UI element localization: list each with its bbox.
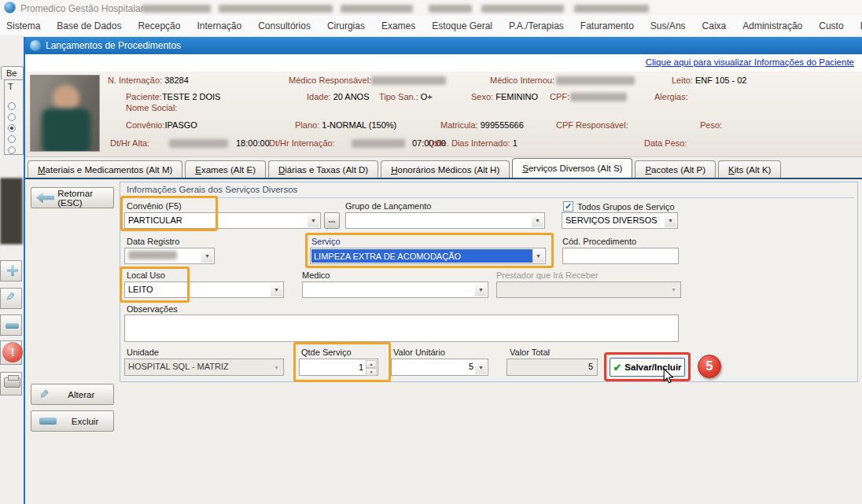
menu-item-sistema[interactable]: Sistema bbox=[6, 20, 40, 31]
unidade-combo: HOSPITAL SQL - MATRIZ ▼ bbox=[124, 359, 284, 376]
redacted-text bbox=[169, 139, 228, 148]
spin-down-icon[interactable]: ▼ bbox=[366, 368, 377, 376]
chevron-down-icon: ▼ bbox=[532, 214, 543, 227]
valor-unitario-combo[interactable]: 5 ▼ bbox=[391, 359, 488, 376]
paciente-value: TESTE 2 DOIS bbox=[162, 92, 221, 101]
add-button-fragment[interactable] bbox=[0, 260, 22, 281]
tab-pacotes[interactable]: Pacotes (Alt P) bbox=[635, 160, 716, 178]
retornar-button[interactable]: Retornar (ESC) bbox=[31, 187, 114, 208]
cpf-label: CPF: bbox=[550, 92, 569, 101]
group-title: Informações Gerais dos Serviços Diversos bbox=[127, 185, 297, 194]
convenio-f5-label: Convênio (F5) bbox=[127, 201, 182, 211]
prestador-label: Prestador que Irá Receber bbox=[496, 270, 599, 280]
tab-servicos-diversos[interactable]: Serviços Diversos (Alt S) bbox=[512, 158, 632, 178]
tipo-san-value: O+ bbox=[421, 92, 433, 101]
plus-icon bbox=[7, 265, 18, 276]
convenio-value: IPASGO bbox=[165, 120, 197, 130]
cpf-resp-label: CPF Responsável: bbox=[556, 120, 628, 130]
patient-header: N. Internação: 38284 Médico Responsável:… bbox=[25, 72, 862, 157]
plano-label: Plano: bbox=[295, 120, 319, 130]
chevron-down-icon: ▼ bbox=[271, 283, 282, 296]
app-logo-icon bbox=[4, 2, 16, 13]
alert-button-fragment[interactable]: ! bbox=[0, 340, 22, 365]
menu-item-consultorios[interactable]: Consultórios bbox=[258, 20, 311, 31]
menu-item-pa-terapias[interactable]: P.A./Terapias bbox=[509, 20, 564, 31]
background-partial-label: T bbox=[8, 82, 13, 91]
servico-label: Serviço bbox=[311, 237, 341, 246]
excluir-button[interactable]: Excluir bbox=[31, 410, 114, 432]
dias-internado-value: 1 bbox=[513, 138, 518, 148]
spin-up-icon[interactable]: ▲ bbox=[366, 360, 377, 368]
grupo-lancamento-label: Grupo de Lançamento bbox=[345, 201, 431, 211]
tab-honorarios-medicos[interactable]: Honorários Médicos (Alt H) bbox=[381, 160, 510, 178]
redacted-text bbox=[128, 251, 177, 259]
menu-item-administracao[interactable]: Administração bbox=[742, 20, 802, 31]
edit-button-fragment[interactable]: ✎ bbox=[0, 288, 22, 309]
radio-button-selected[interactable] bbox=[8, 124, 16, 132]
tab-kits[interactable]: Kits (Alt K) bbox=[718, 160, 781, 178]
unidade-label: Unidade bbox=[127, 348, 159, 357]
app-title: Promedico Gestão Hospitalar bbox=[20, 3, 144, 14]
leito-value: ENF 105 - 02 bbox=[695, 75, 746, 85]
leito-label: Leito: bbox=[672, 75, 693, 85]
data-registro-label: Data Registro bbox=[127, 237, 179, 246]
redacted-text bbox=[574, 5, 649, 13]
redacted-text bbox=[341, 5, 413, 13]
print-button-fragment[interactable] bbox=[0, 372, 22, 395]
servico-combo[interactable]: LIMPEZA EXTRA DE ACOMODAÇÃO ▼ bbox=[310, 248, 546, 264]
minus-icon bbox=[39, 418, 57, 425]
menu-bar: Sistema Base de Dados Recepção Internaçã… bbox=[0, 16, 862, 35]
menu-item-faturamento[interactable]: Faturamento bbox=[580, 20, 634, 31]
radio-button[interactable] bbox=[8, 113, 16, 121]
menu-item-sus-ans[interactable]: Sus/Ans bbox=[650, 20, 686, 31]
medico-internou-label: Médico Internou: bbox=[490, 75, 554, 85]
background-partial-panel: T bbox=[4, 79, 24, 155]
convenio-browse-button[interactable]: ... bbox=[324, 212, 340, 229]
menu-item-base-de-dados[interactable]: Base de Dados bbox=[57, 20, 121, 31]
paciente-label: Paciente: bbox=[126, 92, 162, 101]
menu-item-exames[interactable]: Exames bbox=[381, 20, 415, 31]
alterar-button[interactable]: ✎ Alterar bbox=[31, 384, 114, 405]
cod-procedimento-input[interactable] bbox=[562, 248, 679, 264]
grupo-lancamento-combo[interactable]: ▼ bbox=[345, 212, 545, 229]
menu-item-caixa[interactable]: Caixa bbox=[702, 20, 727, 31]
lancamentos-window: Lançamentos de Procedimentos Clique aqui… bbox=[24, 37, 862, 504]
tab-materiais-medicamentos[interactable]: Materiais e Medicamentos (Alt M) bbox=[28, 160, 182, 178]
observacoes-textarea[interactable] bbox=[124, 315, 679, 342]
redacted-text bbox=[481, 5, 564, 13]
medico-combo[interactable]: ▼ bbox=[302, 281, 488, 298]
form-panel: Informações Gerais dos Serviços Diversos… bbox=[120, 182, 858, 382]
dias-internado-label: Qtde. Dias Internado: bbox=[428, 138, 510, 148]
radio-button[interactable] bbox=[8, 102, 16, 110]
convenio-combo[interactable]: PARTICULAR ▼ bbox=[124, 212, 321, 229]
dthr-int-label: Dt/Hr Internação: bbox=[269, 138, 335, 148]
chevron-down-icon: ▼ bbox=[271, 360, 282, 374]
patient-info-link[interactable]: Clique aqui para visualizar Informações … bbox=[646, 57, 854, 67]
printer-icon bbox=[4, 377, 20, 388]
internacao-value: 38284 bbox=[164, 75, 189, 85]
menu-item-internacao[interactable]: Internação bbox=[197, 20, 241, 31]
todos-grupos-checkbox[interactable]: ✓ bbox=[563, 201, 573, 212]
tab-diarias-taxas[interactable]: Diárias e Taxas (Alt D) bbox=[268, 160, 378, 178]
menu-item-recepcao[interactable]: Recepção bbox=[138, 20, 180, 31]
valor-total-field: 5 bbox=[507, 359, 598, 376]
data-peso-label: Data Peso: bbox=[644, 138, 687, 148]
menu-item-cirurgias[interactable]: Cirurgias bbox=[327, 20, 365, 31]
remove-button-fragment[interactable] bbox=[0, 315, 22, 336]
grupo-servico-combo[interactable]: SERVIÇOS DIVERSOS ▼ bbox=[562, 212, 678, 229]
radio-button[interactable] bbox=[8, 146, 16, 154]
matricula-value: 999555666 bbox=[481, 120, 524, 130]
redacted-text bbox=[219, 5, 333, 13]
menu-item-custo[interactable]: Custo bbox=[819, 20, 843, 31]
tab-exames[interactable]: Exames (Alt E) bbox=[185, 160, 266, 178]
local-uso-combo[interactable]: LEITO ▼ bbox=[124, 281, 284, 298]
window-icon bbox=[30, 40, 41, 51]
menu-item-estoque-geral[interactable]: Estoque Geral bbox=[432, 20, 492, 31]
radio-button[interactable] bbox=[8, 135, 16, 143]
local-uso-label: Local Uso bbox=[127, 270, 165, 280]
prestador-combo: ▼ bbox=[496, 281, 681, 298]
mouse-cursor bbox=[663, 368, 674, 385]
group-divider bbox=[123, 197, 854, 198]
minus-icon bbox=[6, 323, 19, 329]
qtde-servico-stepper[interactable]: 1 ▲ ▼ bbox=[299, 359, 378, 376]
